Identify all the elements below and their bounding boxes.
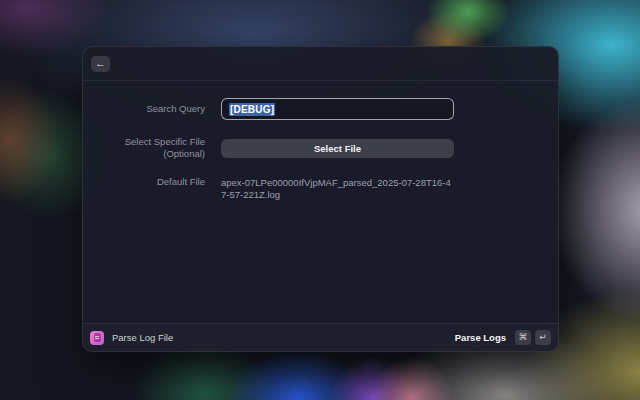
back-arrow-icon: ← [95, 57, 106, 69]
default-file-row: Default File apex-07LPe00000IfVjpMAF_par… [83, 176, 558, 201]
search-query-input[interactable]: [DEBUG] [221, 98, 454, 120]
select-file-button[interactable]: Select File [221, 139, 454, 158]
select-file-label: Select Specific File (Optional) [99, 136, 205, 160]
window-header: ← [83, 47, 558, 81]
search-query-row: Search Query [DEBUG] [83, 98, 558, 120]
select-file-label-line2: (Optional) [99, 148, 205, 160]
footer-app-name: Parse Log File [112, 332, 173, 343]
default-file-label: Default File [99, 176, 205, 188]
footer-actions: Parse Logs ⌘ ↵ [455, 330, 551, 345]
search-query-value: [DEBUG] [229, 103, 275, 116]
parse-logs-action[interactable]: Parse Logs [455, 332, 506, 343]
document-icon [94, 333, 101, 342]
parse-log-file-window: ← Search Query [DEBUG] Select Specific F… [82, 46, 559, 352]
form-body: Search Query [DEBUG] Select Specific Fil… [83, 81, 558, 323]
select-file-row: Select Specific File (Optional) Select F… [83, 136, 558, 160]
back-button[interactable]: ← [91, 56, 110, 72]
default-file-value: apex-07LPe00000IfVjpMAF_parsed_2025-07-2… [221, 176, 454, 201]
search-query-label: Search Query [99, 103, 205, 115]
parse-log-file-app-icon [90, 331, 104, 345]
command-key-icon: ⌘ [515, 330, 531, 345]
window-footer: Parse Log File Parse Logs ⌘ ↵ [83, 323, 558, 351]
return-key-icon: ↵ [535, 330, 551, 345]
select-file-label-line1: Select Specific File [99, 136, 205, 148]
